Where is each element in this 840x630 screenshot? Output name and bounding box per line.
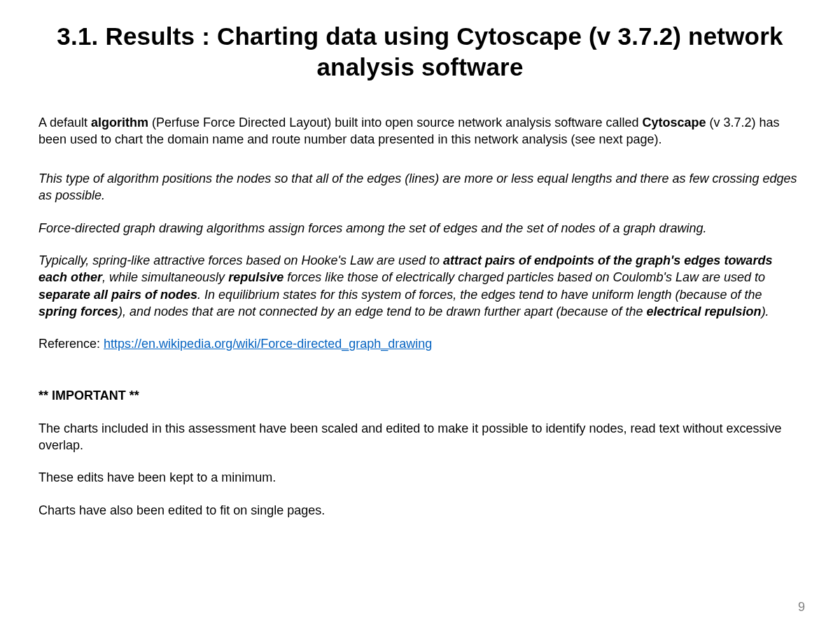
text-bold-italic: separate all pairs of nodes [38,288,197,302]
paragraph-scaling-note: The charts included in this assessment h… [38,420,802,454]
paragraph-intro: A default algorithm (Perfuse Force Direc… [38,114,802,148]
text-bold-italic: repulsive [228,270,284,284]
text-bold-italic: electrical repulsion [647,304,762,318]
reference-link[interactable]: https://en.wikipedia.org/wiki/Force-dire… [104,337,432,351]
paragraph-forces-detail: Typically, spring-like attractive forces… [38,252,802,320]
paragraph-algorithm-desc: This type of algorithm positions the nod… [38,170,802,204]
text: ). [762,304,769,318]
text-bold: algorithm [91,115,148,130]
text: . In equilibrium states for this system … [197,288,762,302]
important-heading: ** IMPORTANT ** [38,387,802,404]
text-bold-italic: spring forces [38,304,118,318]
text-bold: Cytoscape [642,115,706,130]
text: A default [38,115,91,130]
text: ), and nodes that are not connected by a… [118,304,647,318]
paragraph-reference: Reference: https://en.wikipedia.org/wiki… [38,335,802,352]
text: (Perfuse Force Directed Layout) built in… [148,115,642,130]
paragraph-force-directed: Force-directed graph drawing algorithms … [38,220,802,237]
paragraph-fit-pages: Charts have also been edited to fit on s… [38,502,802,519]
text: Typically, spring-like attractive forces… [38,253,443,267]
page-number: 9 [798,600,805,615]
page-title: 3.1. Results : Charting data using Cytos… [38,21,802,83]
text: forces like those of electrically charge… [284,270,765,284]
document-page: 3.1. Results : Charting data using Cytos… [0,0,840,630]
reference-label: Reference: [38,337,104,351]
text: , while simultaneously [102,270,228,284]
paragraph-edits-minimum: These edits have been kept to a minimum. [38,469,802,486]
